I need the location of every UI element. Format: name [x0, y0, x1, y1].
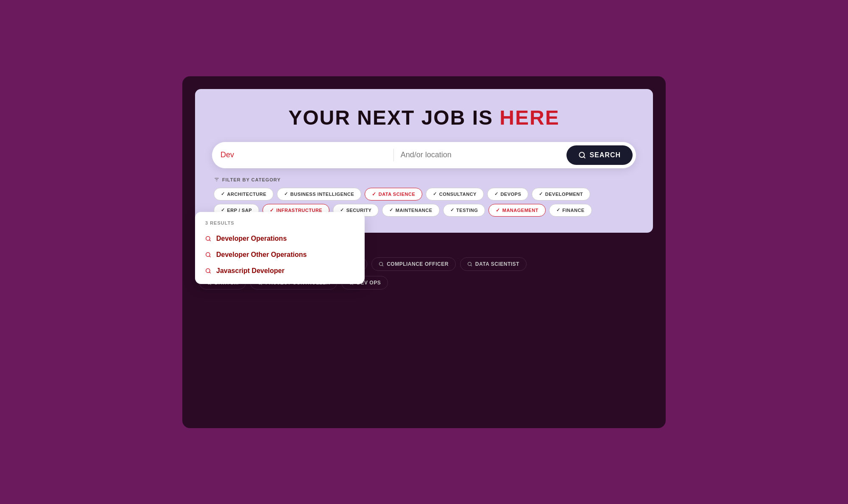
filter-tag-testing[interactable]: ✓ TESTING [443, 204, 485, 217]
search-button-label: SEARCH [589, 151, 621, 159]
filter-tag-data-science[interactable]: ✓ DATA SCIENCE [365, 188, 422, 200]
hero-title-text: YOUR NEXT JOB IS [288, 106, 499, 129]
popular-tag-compliance-officer[interactable]: COMPLIANCE OFFICER [371, 257, 456, 271]
hero-section: YOUR NEXT JOB IS HERE SEARCH [195, 89, 653, 233]
search-icon [578, 151, 586, 159]
search-location-input[interactable] [401, 150, 567, 159]
svg-line-1 [584, 156, 585, 158]
main-container: YOUR NEXT JOB IS HERE SEARCH [182, 76, 666, 428]
filter-tag-finance[interactable]: ✓ FINANCE [549, 204, 592, 217]
search-bar: SEARCH [212, 142, 636, 168]
autocomplete-item-text-2: Developer Other Operations [216, 251, 307, 259]
filter-tag-architecture[interactable]: ✓ ARCHITECTURE [214, 188, 273, 200]
search-button[interactable]: SEARCH [566, 145, 633, 165]
autocomplete-dropdown: 3 RESULTS Developer Operations Developer… [195, 212, 365, 284]
filter-tag-devops[interactable]: ✓ DEVOPS [487, 188, 528, 200]
hero-title-highlight: HERE [499, 106, 559, 129]
svg-line-6 [209, 239, 211, 241]
popular-search-icon-4 [467, 262, 472, 267]
filter-tag-development[interactable]: ✓ DEVELOPMENT [532, 188, 590, 200]
svg-line-8 [209, 256, 211, 257]
filter-icon [214, 177, 220, 183]
filter-tag-consultancy[interactable]: ✓ CONSULTANCY [426, 188, 484, 200]
search-divider [393, 149, 394, 162]
svg-line-18 [471, 265, 471, 266]
filter-label-text: FILTER BY CATEGORY [222, 177, 281, 182]
results-count: 3 RESULTS [195, 220, 365, 226]
hero-title: YOUR NEXT JOB IS HERE [212, 106, 636, 129]
svg-line-16 [382, 265, 383, 266]
autocomplete-item-text-1: Developer Operations [216, 235, 287, 242]
autocomplete-search-icon-1 [205, 236, 211, 242]
search-job-input[interactable] [220, 150, 387, 159]
filter-label: FILTER BY CATEGORY [214, 177, 634, 183]
filter-tag-management[interactable]: ✓ MANAGEMENT [488, 204, 546, 217]
filter-tags-row-1: ✓ ARCHITECTURE ✓ BUSINESS INTELLIGENCE ✓… [214, 188, 634, 200]
autocomplete-item-developer-other-operations[interactable]: Developer Other Operations [195, 247, 365, 263]
autocomplete-item-javascript-developer[interactable]: Javascript Developer [195, 263, 365, 279]
autocomplete-search-icon-3 [205, 268, 211, 274]
svg-line-10 [209, 272, 211, 273]
autocomplete-item-developer-operations[interactable]: Developer Operations [195, 231, 365, 247]
filter-tag-business-intelligence[interactable]: ✓ BUSINESS INTELLIGENCE [277, 188, 361, 200]
autocomplete-search-icon-2 [205, 252, 211, 258]
autocomplete-item-text-3: Javascript Developer [216, 267, 285, 275]
filter-section: FILTER BY CATEGORY ✓ ARCHITECTURE ✓ BUSI… [212, 177, 636, 217]
popular-search-icon-3 [379, 262, 384, 267]
filter-tag-maintenance[interactable]: ✓ MAINTENANCE [382, 204, 439, 217]
popular-tag-data-scientist[interactable]: DATA SCIENTIST [460, 257, 527, 271]
